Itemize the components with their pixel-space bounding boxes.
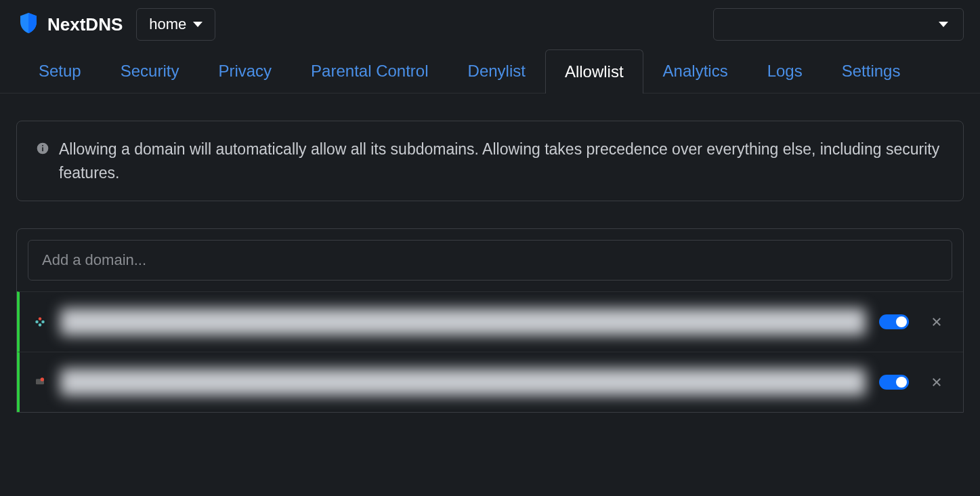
add-domain-row xyxy=(17,229,963,291)
shield-icon xyxy=(16,11,41,38)
svg-point-6 xyxy=(35,321,39,324)
info-text: Allowing a domain will automatically all… xyxy=(59,138,944,184)
allowlist-item xyxy=(17,291,963,352)
svg-point-3 xyxy=(39,317,42,321)
info-banner: Allowing a domain will automatically all… xyxy=(16,121,964,201)
remove-button[interactable] xyxy=(929,314,944,329)
favicon-icon xyxy=(33,375,47,389)
svg-rect-1 xyxy=(42,147,43,151)
main-nav: Setup Security Privacy Parental Control … xyxy=(0,49,980,94)
allowlist-item xyxy=(17,352,963,412)
add-domain-input[interactable] xyxy=(28,240,952,281)
profile-selector[interactable]: home xyxy=(136,8,215,41)
brand-name: NextDNS xyxy=(47,14,123,35)
remove-button[interactable] xyxy=(929,375,944,390)
svg-point-4 xyxy=(41,321,45,324)
domain-name xyxy=(60,369,866,396)
nav-denylist[interactable]: Denylist xyxy=(448,49,545,93)
app-header: NextDNS home xyxy=(0,0,980,49)
enable-toggle[interactable] xyxy=(879,314,909,329)
svg-rect-2 xyxy=(42,145,43,146)
profile-label: home xyxy=(149,16,186,33)
svg-point-5 xyxy=(39,323,42,327)
nav-privacy[interactable]: Privacy xyxy=(198,49,291,93)
page-content: Allowing a domain will automatically all… xyxy=(0,94,980,413)
nav-parental-control[interactable]: Parental Control xyxy=(291,49,448,93)
nav-security[interactable]: Security xyxy=(101,49,199,93)
allowlist-panel xyxy=(16,228,964,413)
caret-down-icon xyxy=(939,22,948,27)
enable-toggle[interactable] xyxy=(879,375,909,390)
domain-name xyxy=(60,308,866,335)
account-dropdown[interactable] xyxy=(713,8,964,41)
favicon-icon xyxy=(33,315,47,329)
nav-settings[interactable]: Settings xyxy=(822,49,920,93)
nav-setup[interactable]: Setup xyxy=(19,49,101,93)
nav-allowlist[interactable]: Allowlist xyxy=(545,49,643,94)
caret-down-icon xyxy=(193,22,203,27)
svg-point-10 xyxy=(41,377,44,381)
brand-logo[interactable]: NextDNS xyxy=(16,11,123,38)
nav-logs[interactable]: Logs xyxy=(748,49,822,93)
nav-analytics[interactable]: Analytics xyxy=(643,49,748,93)
info-icon xyxy=(36,142,49,155)
